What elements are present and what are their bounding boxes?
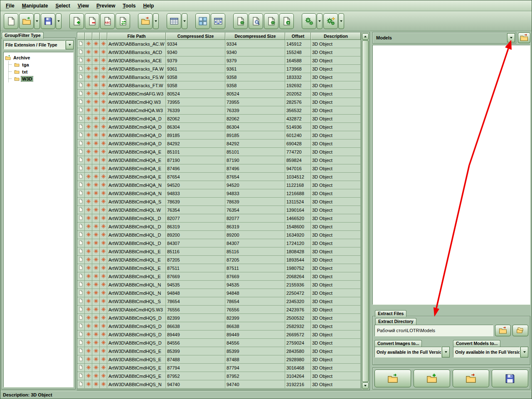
icon-column-header[interactable]: [85, 32, 92, 40]
table-row[interactable]: ArtW3D\ABBtCmdAFG.W380524805242020523D O…: [77, 90, 361, 98]
column-header-decompressed-size[interactable]: Decompressed Size: [225, 32, 285, 40]
help-file-button[interactable]: ?: [279, 13, 294, 29]
replace-file-button[interactable]: [116, 13, 130, 29]
table-row[interactable]: ArtW3D\ABBtCmdHQA_D84292842926904283D Ob…: [77, 140, 361, 148]
models-folder-button[interactable]: [518, 32, 530, 43]
table-row[interactable]: ArtW3D\ABBtCmdHQS_E874888748829289803D O…: [77, 355, 361, 364]
tree-node-w3d[interactable]: W3D: [9, 75, 72, 82]
tools-options-dropdown-arrow[interactable]: [338, 13, 344, 29]
table-row[interactable]: ArtW3D\AbbtCmdHQS.W3765567655624239763D …: [77, 306, 361, 314]
table-row[interactable]: ArtW3D\ABBtCmdHQS_D866388663825829323D O…: [77, 322, 361, 330]
table-row[interactable]: ArtW3D\ABBtCmdHQS_D845568455627590243D O…: [77, 339, 361, 347]
table-row[interactable]: ArtW3D\ABBtCmdHQL_D892008920016349203D O…: [77, 231, 361, 239]
table-row[interactable]: ArtW3D\ABBtCmdHQA_N948339483312166883D O…: [77, 189, 361, 198]
table-row[interactable]: ArtW3D\ABBtCmdHQS_E853998539928435803D O…: [77, 347, 361, 355]
vertical-scrollbar[interactable]: [361, 33, 369, 389]
table-row[interactable]: ArtW3D\ABBtCmdHQS_N947409474031922163D O…: [77, 380, 361, 389]
table-row[interactable]: ArtW3D\ABBtCmdHQA_D82062820624328723D Ob…: [77, 115, 361, 123]
edit-script-button[interactable]: [264, 13, 278, 29]
scrollbar-thumb[interactable]: [362, 40, 369, 382]
models-combobox[interactable]: Models: [372, 32, 516, 44]
rename-file-button[interactable]: ABC: [100, 13, 115, 29]
table-row[interactable]: ArtW3D\ABBarracks_FA.W936193611739683D O…: [77, 65, 361, 73]
models-dropdown-arrow[interactable]: [507, 33, 515, 42]
table-row[interactable]: ArtW3D\ABBtCmdHQS_D823998239925005323D O…: [77, 314, 361, 322]
list-view-dropdown-arrow[interactable]: [182, 13, 187, 29]
table-row[interactable]: ArtW3D\ABBtCmdHQL_E875118751119807523D O…: [77, 264, 361, 272]
table-row[interactable]: ArtW3D\AbbtCmdHQA.W376339763393565323D O…: [77, 106, 361, 115]
table-row[interactable]: ArtW3D\ABBtCmdHQL_N945359453521559363D O…: [77, 281, 361, 289]
scroll-up-button[interactable]: [362, 33, 369, 40]
list-view-button[interactable]: [167, 13, 181, 29]
extract-dropdown-arrow[interactable]: [153, 13, 159, 29]
extract-to-directory-button[interactable]: [495, 325, 511, 336]
table-row[interactable]: ArtW3D\ABBarracks_FS.W935893581833323D O…: [77, 73, 361, 81]
table-row[interactable]: ArtW3D\ABBtCmdHQS_D894498944926695723D O…: [77, 330, 361, 339]
icon-column-header[interactable]: [100, 32, 107, 40]
open-button[interactable]: [19, 13, 34, 29]
table-row[interactable]: ArtW3D\ABBtCmdHQL_N948489484822504723D O…: [77, 289, 361, 297]
table-row[interactable]: ArtW3D\ABBtCmdHQL_D843078430717241203D O…: [77, 239, 361, 247]
run-script-button[interactable]: [233, 13, 248, 29]
table-row[interactable]: ArtW3D\ABBarracks_ACD934093401552483D Ob…: [77, 48, 361, 56]
extract-archive-button[interactable]: [453, 370, 489, 387]
extract-button[interactable]: [138, 13, 153, 29]
open-archive-button[interactable]: [374, 370, 411, 387]
table-row[interactable]: ArtW3D\ABBtCmdHQL_D863198631915486003D O…: [77, 223, 361, 231]
table-row[interactable]: ArtW3D\ABBtCmdHQL_S786547865423453203D O…: [77, 297, 361, 306]
search-button[interactable]: [249, 13, 263, 29]
column-header-offset[interactable]: Offset: [285, 32, 311, 40]
table-row[interactable]: ArtW3D\ABBtCmdHQL_E876698766920682643D O…: [77, 272, 361, 281]
column-header-compressed-size[interactable]: Compressed Size: [166, 32, 225, 40]
table-row[interactable]: ArtW3D\ABBtCmdHQA_D86304863045149363D Ob…: [77, 123, 361, 131]
save-dropdown-arrow[interactable]: [56, 13, 62, 29]
tree-node-tga[interactable]: tga: [9, 61, 72, 68]
grid-view-button[interactable]: [211, 13, 225, 29]
extract-directory-input[interactable]: Рабочий стол\LOTR\Models: [374, 325, 493, 336]
menu-select[interactable]: Select: [52, 2, 74, 10]
table-row[interactable]: ArtW3D\ABBtCmdHQS_E877948779430164683D O…: [77, 364, 361, 372]
tree-node-archive[interactable]: Archive: [5, 54, 72, 61]
filter-type-dropdown-arrow[interactable]: [66, 40, 74, 49]
settings-button[interactable]: [302, 13, 316, 29]
menu-tools[interactable]: Tools: [119, 2, 139, 10]
models-list-area[interactable]: [372, 45, 530, 305]
table-row[interactable]: ArtW3D\ABBtCmdHQL.W763547635413901643D O…: [77, 206, 361, 214]
menu-help[interactable]: Help: [139, 2, 158, 10]
table-row[interactable]: ArtW3D\ABBtCmdHQA_S786397863913115243D O…: [77, 198, 361, 206]
save-button[interactable]: [41, 13, 55, 29]
tile-view-button[interactable]: [195, 13, 210, 29]
column-header-description[interactable]: Description: [311, 32, 361, 40]
group-filter-tab[interactable]: Group/Filter Type: [2, 32, 44, 39]
table-row[interactable]: ArtW3D\ABBarracks_FT.W935893581926923D O…: [77, 81, 361, 90]
convert-models-combobox[interactable]: Only available in the Full Version: [453, 347, 520, 357]
tree-node-txt[interactable]: txt: [9, 68, 72, 75]
table-row[interactable]: ArtW3D\ABBtCmdHQL_E872058720518935443D O…: [77, 256, 361, 264]
table-row[interactable]: ArtW3D\ABBtCmdHQA_N945209452011221683D O…: [77, 181, 361, 189]
table-row[interactable]: ArtW3D\ABBtCmdHQL_D820778207714665203D O…: [77, 214, 361, 223]
menu-file[interactable]: File: [2, 2, 18, 10]
scroll-down-button[interactable]: [362, 382, 369, 389]
convert-models-dropdown-arrow[interactable]: [520, 347, 528, 357]
new-button[interactable]: [4, 13, 18, 29]
save-archive-button[interactable]: [492, 370, 528, 387]
icon-column-header[interactable]: [92, 32, 100, 40]
filter-type-combobox[interactable]: File Extension / File Type: [3, 40, 65, 49]
convert-images-dropdown-arrow[interactable]: [442, 347, 450, 357]
delete-file-button[interactable]: [85, 13, 99, 29]
add-file-button[interactable]: [69, 13, 84, 29]
table-row[interactable]: ArtW3D\ABBtCmdHQL_E851168511618084283D O…: [77, 247, 361, 256]
table-row[interactable]: ArtW3D\ABBarracks_AC.W933493341459123D O…: [77, 40, 361, 48]
column-header-file-path[interactable]: File Path: [107, 32, 166, 40]
table-row[interactable]: ArtW3D\ABBtCmdHQA_E87190871908598243D Ob…: [77, 156, 361, 164]
tools-options-button[interactable]: [323, 13, 338, 29]
add-to-archive-button[interactable]: [414, 370, 450, 387]
table-row[interactable]: ArtW3D\ABBtCmdHQA_E87496874969470163D Ob…: [77, 164, 361, 173]
table-row[interactable]: ArtW3D\ABBtCmdHQA_D89185891856012403D Ob…: [77, 131, 361, 140]
table-row[interactable]: ArtW3D\ABBtCmdHQA_E85101851017747203D Ob…: [77, 148, 361, 156]
open-dropdown-arrow[interactable]: [34, 13, 40, 29]
table-row[interactable]: ArtW3D\ABBtCmdHQS_E879528795231042643D O…: [77, 372, 361, 380]
table-row[interactable]: ArtW3D\ABBarracks_ACE937993791645883D Ob…: [77, 56, 361, 65]
menu-view[interactable]: View: [74, 2, 93, 10]
menu-manipulate[interactable]: Manipulate: [18, 2, 52, 10]
